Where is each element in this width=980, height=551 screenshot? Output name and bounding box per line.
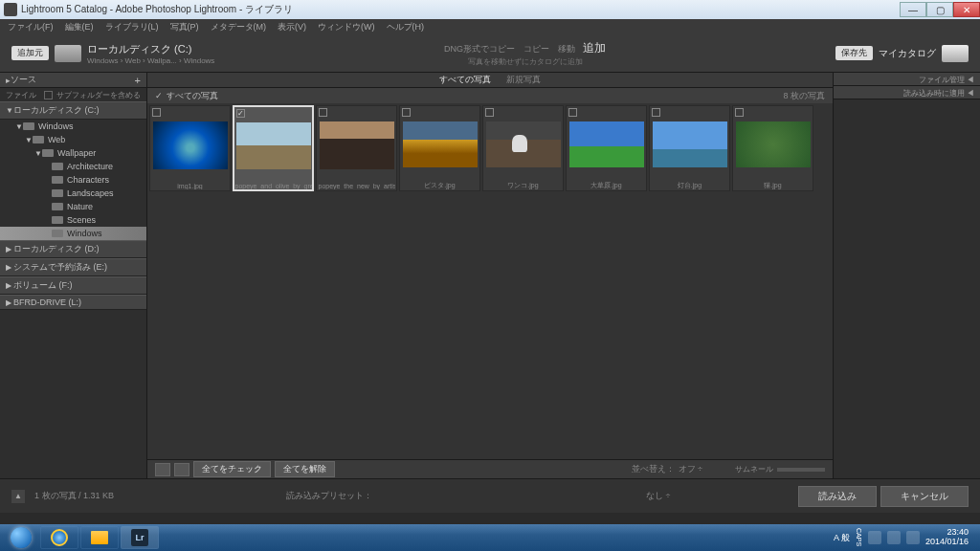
ime-status[interactable]: A 般 <box>834 532 850 544</box>
source-path: Windows › Web › Wallpa... › Windows <box>87 56 214 65</box>
thumb-checkbox[interactable] <box>652 108 660 117</box>
include-subfolders-label: サブフォルダーを含める <box>56 90 141 100</box>
thumb-image <box>236 122 311 169</box>
menu-bar: ファイル(F)編集(E)ライブラリ(L)写真(P)メタデータ(M)表示(V)ウィ… <box>0 19 980 34</box>
preset-label: 読み込みプリセット： <box>286 490 372 502</box>
drive-item[interactable]: ▶BFRD-DRIVE (L:) <box>0 295 146 310</box>
tab-new-photos[interactable]: 新規写真 <box>499 74 548 86</box>
thumb-image <box>153 121 228 169</box>
loupe-view-icon[interactable] <box>174 463 189 476</box>
thumb-filename: ビスタ.jpg <box>424 181 455 190</box>
menu-item[interactable]: ウィンドウ(W) <box>318 21 375 33</box>
folder-item[interactable]: ▼Windows <box>0 120 146 133</box>
preset-dropdown[interactable]: なし ÷ <box>646 490 670 502</box>
maximize-button[interactable]: ▢ <box>926 2 953 17</box>
taskbar-lightroom[interactable]: Lr <box>121 526 159 549</box>
file-handling-header[interactable]: ファイル管理 ◀ <box>834 73 980 86</box>
folder-item[interactable]: Architecture <box>0 160 146 173</box>
sort-dropdown[interactable]: オフ ÷ <box>679 463 702 475</box>
thumb-checkbox[interactable] <box>735 108 744 117</box>
thumb-image <box>736 121 811 167</box>
start-button[interactable] <box>4 525 38 550</box>
menu-item[interactable]: ファイル(F) <box>8 21 54 33</box>
folder-item[interactable]: Characters <box>0 173 146 187</box>
folder-item[interactable]: ▼Web <box>0 133 146 146</box>
thumb-filename: 猫.jpg <box>764 181 781 190</box>
check-all-button[interactable]: 全てをチェック <box>193 461 271 477</box>
import-button[interactable]: 読み込み <box>798 486 877 507</box>
folder-item[interactable]: ▼Wallpaper <box>0 146 146 160</box>
folder-item[interactable]: Nature <box>0 200 146 213</box>
thumb-checkbox[interactable] <box>152 108 161 117</box>
source-badge: 追加元 <box>11 46 49 60</box>
window-titlebar: Lightroom 5 Catalog - Adobe Photoshop Li… <box>0 0 980 19</box>
dest-label: マイカタログ <box>879 47 936 60</box>
thumbnail[interactable]: ワンコ.jpg <box>482 105 564 191</box>
thumbnail[interactable]: ✓popeye_and_olive_by_greedy.j... <box>233 105 314 191</box>
thumbnail-slider[interactable] <box>777 468 825 472</box>
copy-mode-tabs[interactable]: DNG形式でコピー コピー 移動 追加 <box>214 40 835 56</box>
drive-item[interactable]: ▶ローカルディスク (D:) <box>0 240 146 258</box>
close-button[interactable]: ✕ <box>953 2 980 17</box>
caps-indicator: CAPS <box>856 528 862 546</box>
thumb-checkbox[interactable] <box>485 108 494 117</box>
destination-sidebar: ファイル管理 ◀ 読み込み時に適用 ◀ <box>833 73 980 478</box>
menu-item[interactable]: ヘルプ(H) <box>387 21 425 33</box>
include-subfolders-checkbox[interactable] <box>44 91 53 99</box>
thumbnail[interactable]: 灯台.jpg <box>649 105 730 191</box>
thumbnail[interactable]: ビスタ.jpg <box>399 105 480 191</box>
copy-mode-active[interactable]: 追加 <box>583 41 606 55</box>
selection-status: 1 枚の写真 / 1.31 KB <box>34 490 114 502</box>
hdd-icon <box>55 45 81 62</box>
menu-item[interactable]: メタデータ(M) <box>211 21 267 33</box>
window-title: Lightroom 5 Catalog - Adobe Photoshop Li… <box>21 3 293 16</box>
menu-item[interactable]: ライブラリ(L) <box>105 21 159 33</box>
drive-item[interactable]: ▼ローカルディスク (C:) <box>0 101 146 120</box>
tray-network-icon[interactable] <box>887 531 901 544</box>
add-source-icon[interactable]: + <box>135 75 141 86</box>
menu-item[interactable]: 表示(V) <box>278 21 306 33</box>
thumbnail[interactable]: 猫.jpg <box>732 105 813 191</box>
tray-volume-icon[interactable] <box>906 531 920 544</box>
copy-mode-description: 写真を移動せずにカタログに追加 <box>214 56 835 67</box>
folder-item[interactable]: Landscapes <box>0 187 146 200</box>
thumbnail[interactable]: popeye_the_new_by_artistitop... <box>316 105 397 191</box>
uncheck-all-button[interactable]: 全てを解除 <box>275 461 335 477</box>
thumbnail[interactable]: 大草原.jpg <box>566 105 647 191</box>
source-sidebar: ▸ ソース+ ファイル サブフォルダーを含める ▼ローカルディスク (C:)▼W… <box>0 73 147 478</box>
thumb-checkbox[interactable] <box>568 108 577 117</box>
tab-all-photos[interactable]: すべての写真 <box>432 74 499 86</box>
menu-item[interactable]: 写真(P) <box>170 21 199 33</box>
preview-area: すべての写真 新規写真 ✓ すべての写真 8 枚の写真 img1.jpg✓pop… <box>147 73 833 478</box>
drive-item[interactable]: ▶システムで予約済み (E:) <box>0 258 146 276</box>
thumb-filename: popeye_the_new_by_artistitop... <box>319 183 395 189</box>
thumb-checkbox[interactable] <box>402 108 411 117</box>
thumb-checkbox[interactable]: ✓ <box>236 109 245 118</box>
grid-view-icon[interactable] <box>155 463 170 476</box>
dest-badge: 保存先 <box>835 46 873 60</box>
expand-footer-icon[interactable]: ▲ <box>11 490 25 503</box>
menu-item[interactable]: 編集(E) <box>65 21 94 33</box>
folder-item[interactable]: Windows <box>0 227 146 240</box>
cancel-button[interactable]: キャンセル <box>880 486 969 507</box>
import-footer: ▲ 1 枚の写真 / 1.31 KB 読み込みプリセット： なし ÷ 読み込み … <box>0 478 980 513</box>
system-clock[interactable]: 23:40 2014/01/16 <box>925 528 969 547</box>
copy-mode-inactive[interactable]: DNG形式でコピー コピー 移動 <box>444 44 575 54</box>
thumbnail[interactable]: img1.jpg <box>149 105 231 191</box>
tray-icon[interactable] <box>868 531 881 544</box>
thumbnail-size-label: サムネール <box>735 464 773 474</box>
folder-item[interactable]: Scenes <box>0 213 146 227</box>
sort-label: 並べ替え： <box>632 463 675 475</box>
thumb-image <box>569 121 644 167</box>
source-panel-header[interactable]: ▸ ソース+ <box>0 73 146 88</box>
select-all-label[interactable]: すべての写真 <box>167 90 218 102</box>
source-drive[interactable]: ローカルディスク (C:) <box>87 42 214 56</box>
catalog-icon <box>942 45 969 62</box>
apply-during-import-header[interactable]: 読み込み時に適用 ◀ <box>834 86 980 99</box>
thumb-checkbox[interactable] <box>319 108 327 117</box>
thumb-image <box>486 121 561 167</box>
minimize-button[interactable]: — <box>900 2 926 17</box>
drive-item[interactable]: ▶ボリューム (F:) <box>0 276 146 295</box>
taskbar-ie[interactable] <box>40 526 78 549</box>
taskbar-explorer[interactable] <box>80 526 119 549</box>
